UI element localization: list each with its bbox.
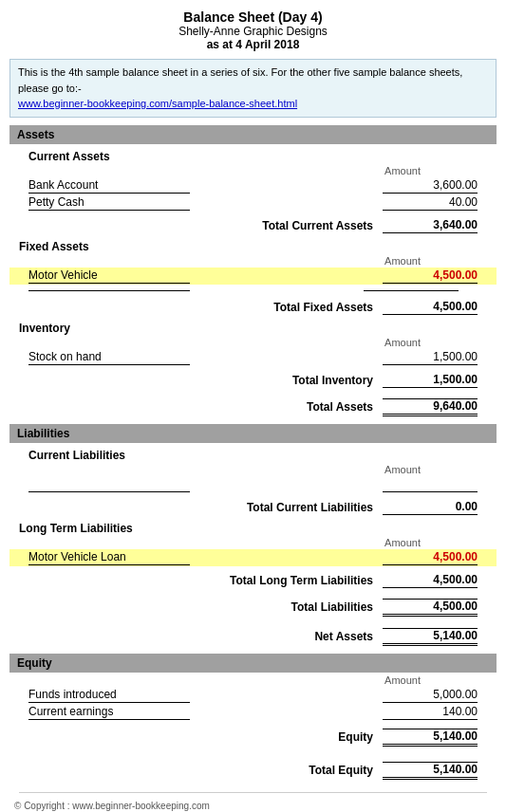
total-current-liabilities-amount: 0.00: [383, 500, 478, 515]
long-term-liabilities-amount-header: Amount: [9, 537, 497, 548]
motor-vehicle-label: Motor Vehicle: [28, 268, 190, 284]
page: Balance Sheet (Day 4) Shelly-Anne Graphi…: [0, 0, 506, 812]
fixed-assets-header: Fixed Assets: [9, 236, 497, 255]
current-assets-header: Current Assets: [9, 146, 497, 165]
total-current-liabilities-label: Total Current Liabilities: [28, 501, 383, 514]
funds-introduced-row: Funds introduced 5,000.00: [9, 687, 497, 704]
report-date: as at 4 April 2018: [9, 38, 497, 51]
total-fixed-assets-row: Total Fixed Assets 4,500.00: [9, 297, 497, 318]
company-name: Shelly-Anne Graphic Designs: [9, 25, 497, 38]
inventory-amount-header: Amount: [9, 337, 497, 348]
total-current-assets-amount: 3,640.00: [383, 218, 478, 233]
bank-account-row: Bank Account 3,600.00: [9, 177, 497, 194]
total-assets-amount: 9,640.00: [383, 398, 478, 416]
funds-introduced-amount: 5,000.00: [383, 688, 478, 703]
current-earnings-amount: 140.00: [383, 705, 478, 720]
page-header: Balance Sheet (Day 4) Shelly-Anne Graphi…: [9, 9, 497, 51]
total-assets-label: Total Assets: [28, 400, 383, 414]
stock-on-hand-row: Stock on hand 1,500.00: [9, 349, 497, 366]
assets-section-header: Assets: [9, 125, 497, 144]
current-liabilities-header: Current Liabilities: [9, 445, 497, 464]
page-title: Balance Sheet (Day 4): [9, 9, 497, 25]
total-current-liabilities-row: Total Current Liabilities 0.00: [9, 497, 497, 518]
net-assets-amount: 5,140.00: [383, 628, 478, 646]
net-assets-row: Net Assets 5,140.00: [9, 624, 497, 650]
bank-account-amount: 3,600.00: [383, 178, 478, 194]
liabilities-section-header: Liabilities: [9, 424, 497, 443]
equity-total-amount: 5,140.00: [383, 729, 478, 747]
motor-vehicle-loan-row: Motor Vehicle Loan 4,500.00: [9, 549, 497, 566]
total-current-assets-label: Total Current Assets: [28, 219, 383, 232]
stock-on-hand-label: Stock on hand: [28, 350, 190, 365]
total-equity-amount: 5,140.00: [383, 762, 478, 780]
info-link[interactable]: www.beginner-bookkeeping.com/sample-bala…: [18, 98, 297, 109]
total-equity-row: Total Equity 5,140.00: [9, 758, 497, 784]
total-inventory-amount: 1,500.00: [383, 373, 478, 388]
copyright: © Copyright : www.beginner-bookkeeping.c…: [9, 801, 497, 811]
current-liabilities-amount-header: Amount: [9, 464, 497, 475]
current-earnings-label: Current earnings: [28, 705, 190, 720]
equity-total-label: Equity: [28, 730, 383, 744]
long-term-liabilities-header: Long Term Liabilities: [9, 518, 497, 537]
total-liabilities-label: Total Liabilities: [28, 600, 383, 614]
petty-cash-label: Petty Cash: [28, 195, 190, 211]
info-text: This is the 4th sample balance sheet in …: [18, 66, 462, 94]
current-assets-amount-header: Amount: [9, 165, 497, 176]
bank-account-label: Bank Account: [28, 178, 190, 194]
funds-introduced-label: Funds introduced: [28, 688, 190, 703]
total-long-term-liabilities-label: Total Long Term Liabilities: [28, 574, 383, 587]
equity-total-row: Equity 5,140.00: [9, 725, 497, 750]
petty-cash-amount: 40.00: [383, 195, 478, 211]
total-long-term-liabilities-amount: 4,500.00: [383, 573, 478, 588]
current-earnings-row: Current earnings 140.00: [9, 704, 497, 721]
motor-vehicle-loan-label: Motor Vehicle Loan: [28, 550, 190, 565]
motor-vehicle-loan-amount: 4,500.00: [383, 550, 478, 565]
total-inventory-label: Total Inventory: [28, 374, 383, 387]
motor-vehicle-row: Motor Vehicle 4,500.00: [9, 268, 497, 285]
total-liabilities-row: Total Liabilities 4,500.00: [9, 595, 497, 620]
total-long-term-liabilities-row: Total Long Term Liabilities 4,500.00: [9, 570, 497, 591]
total-fixed-assets-amount: 4,500.00: [383, 300, 478, 315]
petty-cash-row: Petty Cash 40.00: [9, 194, 497, 212]
stock-on-hand-amount: 1,500.00: [383, 350, 478, 365]
total-inventory-row: Total Inventory 1,500.00: [9, 370, 497, 391]
total-assets-row: Total Assets 9,640.00: [9, 395, 497, 420]
fixed-assets-amount-header: Amount: [9, 255, 497, 267]
total-liabilities-amount: 4,500.00: [383, 599, 478, 617]
equity-section-header: Equity: [9, 654, 497, 673]
copyright-text: © Copyright : www.beginner-bookkeeping.c…: [14, 801, 210, 811]
equity-amount-header: Amount: [9, 674, 497, 686]
net-assets-label: Net Assets: [28, 630, 383, 643]
total-fixed-assets-label: Total Fixed Assets: [28, 301, 383, 314]
info-box: This is the 4th sample balance sheet in …: [9, 59, 497, 118]
inventory-header: Inventory: [9, 318, 497, 337]
current-liabilities-empty-row: [9, 476, 497, 493]
total-equity-label: Total Equity: [28, 764, 383, 777]
total-current-assets-row: Total Current Assets 3,640.00: [9, 215, 497, 236]
motor-vehicle-amount: 4,500.00: [383, 268, 478, 284]
